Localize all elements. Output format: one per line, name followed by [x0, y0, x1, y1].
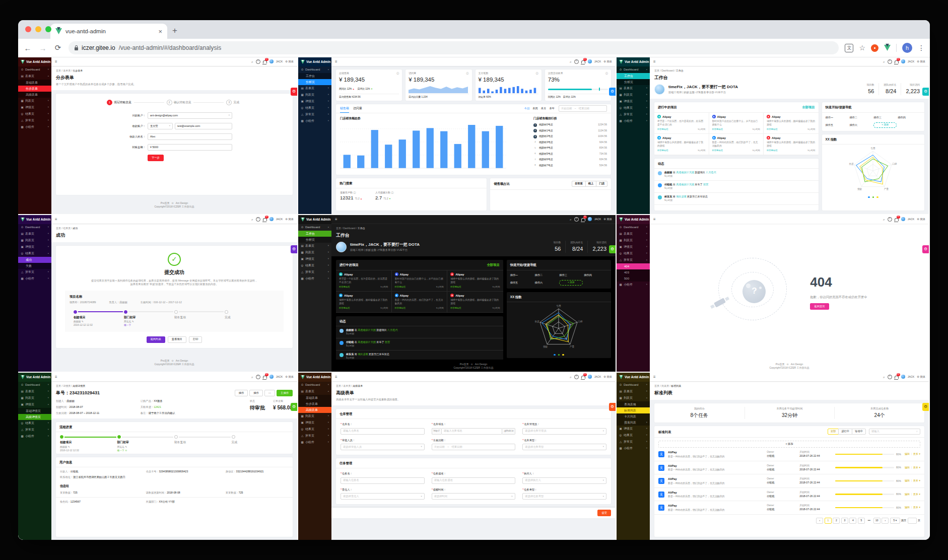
sidebar-subitem[interactable]: 分析页 — [298, 79, 331, 85]
sidebar-subitem[interactable]: 搜索列表▾ — [617, 419, 650, 426]
breadcrumb-link[interactable]: Dashboard — [343, 227, 355, 230]
sidebar-item[interactable]: ▣详情页▾ — [298, 256, 331, 262]
project-card[interactable]: AAlipay 城镇中有那么多的酒馆，她却偏偏走进了我的酒馆 科学搬砖组9小时前 — [447, 270, 503, 292]
sidebar-item[interactable]: ▩小组件▾ — [617, 445, 650, 452]
more-link[interactable]: 更多 ▾ — [913, 479, 920, 482]
question-icon[interactable]: ? — [888, 375, 892, 379]
breadcrumb-link[interactable]: 首页 — [654, 69, 659, 72]
form-input[interactable]: 请选择时间⊙ — [432, 493, 516, 500]
sidebar-item[interactable]: ▤表单页▾ — [617, 85, 650, 92]
bell-icon[interactable]: 12 — [895, 218, 899, 221]
page-button[interactable]: 5 — [858, 518, 865, 524]
sidebar-item[interactable]: ⊙Dashboard▴ — [617, 66, 650, 73]
project-card[interactable]: AAlipay 那时候我只会想自己想要什么，从不想自己拥有什么 科学搬砖组9小时… — [709, 113, 764, 134]
team-link[interactable]: 科学搬砖组 — [767, 149, 777, 152]
team-link[interactable]: 科学搬砖组 — [712, 128, 723, 131]
address-bar[interactable]: iczer.gitee.io/vue-antd-admin/#/dashboar… — [69, 41, 839, 54]
sidebar-subitem[interactable]: 查询表格 — [617, 401, 650, 407]
forward-button[interactable]: → — [38, 44, 47, 52]
sidebar-subitem[interactable]: 卡片列表 — [617, 413, 650, 419]
sidebar-item[interactable]: △异常页▾ — [18, 117, 51, 124]
question-icon[interactable]: ? — [256, 217, 260, 222]
sidebar-item[interactable]: ◎结果页▾ — [298, 105, 331, 111]
back-home-button[interactable]: 返回首页 — [810, 303, 829, 310]
bell-icon[interactable]: 12 — [581, 60, 585, 63]
form-input[interactable]: 请选择仓库类型▾ — [522, 444, 606, 450]
bell-icon[interactable]: 12 — [581, 375, 585, 378]
breadcrumb-link[interactable]: 首页 — [336, 227, 341, 230]
sidebar-item[interactable]: ▦列表页▾ — [617, 92, 650, 98]
share-filter-button[interactable]: 线上 — [585, 181, 597, 187]
edit-link[interactable]: 编辑 — [905, 506, 910, 509]
sidebar-subitem[interactable]: 基础表单 — [18, 80, 51, 86]
question-icon[interactable]: ? — [574, 217, 579, 222]
all-projects-link[interactable]: 全部项目 — [802, 105, 815, 109]
sidebar-item[interactable]: △异常页▾ — [18, 427, 51, 433]
language-switch[interactable]: ⚙ 简体 — [285, 218, 294, 222]
menu-fold-icon[interactable]: ≡ — [55, 374, 57, 380]
range-link[interactable]: 本月 — [541, 107, 547, 111]
sidebar-item[interactable]: ▣详情页▾ — [18, 104, 51, 111]
more-link[interactable]: 更多 ▾ — [913, 506, 920, 509]
sidebar-item[interactable]: ▦列表页▾ — [18, 237, 51, 244]
footer-link[interactable]: Pro首页 — [161, 359, 170, 362]
page-button[interactable]: 3 — [841, 518, 848, 524]
page-button[interactable]: 1 — [825, 518, 832, 524]
activity-link[interactable]: 留言 — [703, 183, 708, 186]
user-avatar[interactable] — [901, 217, 905, 221]
form-input[interactable]: 请选择责任人▾ — [341, 493, 425, 500]
sidebar-item[interactable]: ◎结果页▾ — [18, 111, 51, 117]
question-icon[interactable]: ? — [574, 59, 579, 64]
page-button[interactable]: 2 — [833, 518, 840, 524]
footer-link[interactable]: Pro首页 — [161, 201, 170, 204]
bell-icon[interactable]: 12 — [895, 375, 899, 378]
page-button[interactable]: ‹ — [816, 518, 823, 524]
close-window-button[interactable] — [25, 26, 31, 32]
detail-action-button[interactable]: 操作 — [235, 390, 248, 396]
team-link[interactable]: 科学搬砖组 — [395, 286, 405, 289]
sidebar-subitem[interactable]: 高级表单 — [298, 407, 331, 413]
more-link[interactable]: 更多 ▾ — [913, 493, 920, 496]
quick-op-link[interactable]: 操作一 — [510, 273, 534, 277]
form-input[interactable]: 请输入任务名 — [341, 477, 425, 484]
sidebar-item[interactable]: ⊙Dashboard▾ — [298, 382, 331, 388]
list-filter-button[interactable]: 等待中 — [852, 429, 866, 435]
user-avatar[interactable] — [588, 217, 592, 221]
breadcrumb-link[interactable]: Dashboard — [661, 69, 673, 72]
activity-link[interactable]: 高逼格设计天团 — [358, 340, 376, 343]
sidebar-subitem[interactable]: 404 — [617, 263, 650, 269]
sidebar-item[interactable]: ▩小组件▾ — [298, 439, 331, 446]
page-button[interactable]: › — [882, 518, 889, 524]
sidebar-item[interactable]: ▩小组件▾ — [18, 433, 51, 440]
sidebar-item[interactable]: ▤表单页▾ — [18, 231, 51, 237]
payment-account-select[interactable]: ant-design@alipay.com▾ — [148, 112, 232, 119]
receive-type-select[interactable]: 支付宝▾ — [148, 123, 173, 129]
bookmark-star-icon[interactable]: ☆ — [859, 44, 865, 52]
breadcrumb-link[interactable]: 结果页 — [63, 227, 71, 230]
sidebar-item[interactable]: ▤表单页▴ — [18, 73, 51, 80]
search-icon[interactable]: ⌕ — [251, 59, 253, 64]
bell-icon[interactable]: 12 — [263, 375, 267, 378]
item-title-link[interactable]: AliPay — [668, 491, 763, 495]
quick-op-link[interactable]: 操作二 — [535, 273, 559, 277]
sidebar-item[interactable]: ▦列表页▾ — [617, 237, 650, 244]
bell-icon[interactable]: 12 — [263, 218, 267, 221]
tab-sales[interactable]: 销售额 — [340, 104, 349, 113]
range-link[interactable]: 今日 — [524, 107, 530, 111]
footer-link[interactable]: Ant Design — [475, 363, 487, 366]
quick-op-link[interactable]: 操作三 — [559, 273, 583, 277]
breadcrumb-link[interactable]: 详情页 — [63, 384, 71, 387]
sidebar-item[interactable]: ▤表单页▾ — [18, 388, 51, 395]
search-icon[interactable]: ⌕ — [251, 217, 253, 222]
form-input[interactable]: 开始日期 ~ 结束日期 — [432, 444, 516, 450]
edit-link[interactable]: 编辑 — [905, 493, 910, 496]
maximize-window-button[interactable] — [45, 26, 51, 32]
language-switch[interactable]: ⚙ 简体 — [603, 218, 612, 222]
sidebar-subitem[interactable]: 分析页 — [617, 79, 650, 85]
breadcrumb-link[interactable]: 首页 — [56, 69, 61, 72]
receiver-name-input[interactable]: Alex — [148, 133, 232, 140]
sidebar-item[interactable]: ⊙Dashboard▴ — [298, 224, 331, 231]
detail-action-button[interactable]: 操作 — [249, 390, 263, 396]
add-op-button[interactable]: + 添加 — [873, 122, 897, 128]
item-title-link[interactable]: AliPay — [668, 450, 763, 454]
